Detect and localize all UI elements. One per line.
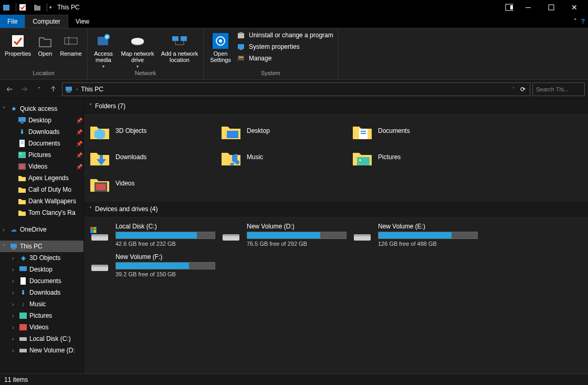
drive-name: New Volume (F:)	[116, 253, 215, 261]
manage-button[interactable]: Manage	[236, 54, 333, 63]
breadcrumb-sep-icon[interactable]: ›	[76, 86, 78, 92]
folder-documents[interactable]: Documents	[352, 118, 483, 144]
chevron-down-icon: ˅	[89, 206, 92, 212]
svg-point-38	[20, 153, 22, 155]
recent-dropdown[interactable]: ˅	[33, 83, 45, 96]
sidebar-item-pc-downloads[interactable]: ›⬇Downloads	[0, 287, 83, 298]
sidebar-item-pc-desktop[interactable]: ›Desktop	[0, 264, 83, 275]
sidebar-item-local-disk-c[interactable]: ›Local Disk (C:)	[0, 333, 83, 345]
sidebar-item-pc-pictures[interactable]: ›Pictures	[0, 310, 83, 321]
ribbon-group-system: Open Settings Uninstall or change a prog…	[204, 28, 338, 79]
documents-icon	[19, 277, 27, 285]
maximize-button[interactable]	[540, 0, 563, 15]
downloads-icon: ⬇	[18, 128, 26, 136]
address-dropdown-icon[interactable]: ˅	[510, 87, 517, 92]
properties-button[interactable]: Properties	[4, 30, 32, 57]
open-button[interactable]: Open	[35, 30, 56, 57]
up-button[interactable]: 🡡	[47, 83, 60, 96]
sidebar-item-apex[interactable]: Apex Legends	[0, 172, 83, 184]
folder-downloads[interactable]: Downloads	[89, 144, 220, 170]
map-drive-button[interactable]: Map network drive ▾	[118, 30, 157, 69]
system-properties-button[interactable]: System properties	[236, 42, 333, 51]
sidebar-item-onedrive[interactable]: ›☁OneDrive	[0, 224, 83, 235]
close-button[interactable]: ✕	[563, 0, 586, 15]
folder-videos[interactable]: Videos	[89, 170, 220, 196]
sidebar-item-pc-videos[interactable]: ›Videos	[0, 321, 83, 333]
drive-item-1[interactable]: New Volume (D:) 76.5 GB free of 292 GB	[220, 221, 352, 251]
sidebar-item-cod[interactable]: Call of Duty Mo	[0, 184, 83, 195]
folder-pictures[interactable]: Pictures	[352, 144, 483, 170]
tab-file[interactable]: File	[0, 15, 25, 28]
svg-rect-58	[96, 184, 106, 190]
sidebar-item-pictures[interactable]: Pictures📌	[0, 149, 83, 161]
folder-music[interactable]: Music	[220, 144, 352, 170]
chevron-right-icon[interactable]: ›	[9, 267, 17, 273]
open-settings-button[interactable]: Open Settings	[208, 30, 233, 63]
svg-rect-25	[239, 32, 243, 34]
rename-button[interactable]: Rename	[59, 30, 83, 57]
add-network-location-button[interactable]: Add a network location	[160, 30, 199, 63]
videos-icon	[18, 162, 26, 171]
minimize-button[interactable]: ─	[517, 0, 540, 15]
drive-name: New Volume (E:)	[378, 223, 478, 230]
drive-item-2[interactable]: New Volume (E:) 126 GB free of 488 GB	[352, 221, 483, 251]
sidebar-item-pc-music[interactable]: ›♪Music	[0, 298, 83, 310]
qat-dropdown-icon[interactable]: ▾	[49, 5, 52, 10]
sidebar-item-documents[interactable]: Documents📌	[0, 138, 83, 149]
sidebar-item-desktop[interactable]: Desktop📌	[0, 115, 83, 126]
svg-rect-45	[19, 313, 27, 319]
uninstall-button[interactable]: Uninstall or change a program	[236, 30, 333, 40]
chevron-right-icon[interactable]: ›	[9, 313, 17, 319]
address-bar[interactable]: › This PC ˅ ⟳	[62, 82, 530, 96]
chevron-down-icon[interactable]: ˅	[0, 106, 7, 112]
folder-desktop[interactable]: Desktop	[220, 118, 352, 144]
chevron-right-icon[interactable]: ›	[0, 227, 7, 233]
svg-rect-8	[12, 35, 24, 47]
tablet-mode-icon[interactable]	[505, 3, 513, 12]
folder-3d-objects[interactable]: 3D Objects	[89, 118, 220, 144]
access-media-button[interactable]: Access media ▾	[92, 30, 115, 69]
svg-rect-29	[239, 57, 243, 58]
chevron-right-icon[interactable]: ›	[9, 301, 17, 307]
drive-icon	[19, 335, 27, 343]
chevron-right-icon[interactable]: ›	[9, 278, 17, 284]
nav-bar: 🡠 🡢 ˅ 🡡 › This PC ˅ ⟳ Search Thi...	[0, 80, 588, 99]
sidebar-item-dank[interactable]: Dank Wallpapers	[0, 195, 83, 207]
chevron-right-icon[interactable]: ›	[9, 255, 17, 261]
back-button[interactable]: 🡠	[3, 83, 16, 96]
drive-item-0[interactable]: Local Disk (C:) 42.6 GB free of 232 GB	[89, 221, 220, 251]
sidebar-item-3d-objects[interactable]: ›◈3D Objects	[0, 252, 83, 264]
chevron-down-icon[interactable]: ˅	[0, 244, 7, 249]
collapse-ribbon-icon[interactable]: ˄	[574, 18, 577, 25]
chevron-right-icon: ›	[9, 325, 17, 330]
sidebar-item-pc-documents[interactable]: ›Documents	[0, 275, 83, 287]
forward-button[interactable]: 🡢	[18, 83, 30, 96]
svg-rect-3	[34, 6, 40, 11]
sidebar-item-quick-access[interactable]: ˅ ★ Quick access	[0, 103, 83, 115]
ribbon-group-location: Properties Open Rename Location	[0, 28, 88, 79]
search-input[interactable]: Search Thi...	[532, 82, 585, 96]
sidebar-item-videos[interactable]: Videos📌	[0, 161, 83, 172]
qat-new-folder-icon[interactable]	[33, 3, 41, 12]
sidebar-item-tom[interactable]: Tom Clancy's Ra	[0, 207, 83, 218]
drive-item-3[interactable]: New Volume (F:) 39.2 GB free of 150 GB	[89, 251, 220, 282]
tab-view[interactable]: View	[68, 15, 97, 28]
help-icon[interactable]: ?	[581, 18, 585, 25]
svg-rect-46	[19, 324, 27, 330]
refresh-button[interactable]: ⟳	[518, 86, 528, 93]
svg-rect-44	[20, 277, 26, 285]
tab-computer[interactable]: Computer	[25, 15, 68, 28]
folder-icon	[18, 185, 26, 194]
breadcrumb[interactable]: This PC	[81, 86, 103, 93]
chevron-right-icon[interactable]: ›	[9, 336, 17, 342]
drive-free-text: 39.2 GB free of 150 GB	[116, 271, 215, 277]
sidebar-item-this-pc[interactable]: ˅This PC	[0, 241, 83, 252]
sidebar-item-downloads[interactable]: ⬇Downloads📌	[0, 126, 83, 138]
chevron-right-icon[interactable]: ›	[9, 348, 17, 353]
section-folders[interactable]: ˅ Folders (7)	[84, 99, 588, 113]
qat-properties-icon[interactable]	[18, 3, 27, 12]
downloads-folder-icon	[89, 147, 110, 168]
section-drives[interactable]: ˅ Devices and drives (4)	[84, 202, 588, 216]
sidebar-item-new-volume-d[interactable]: ›New Volume (D:	[0, 345, 83, 356]
chevron-right-icon[interactable]: ›	[9, 290, 17, 296]
